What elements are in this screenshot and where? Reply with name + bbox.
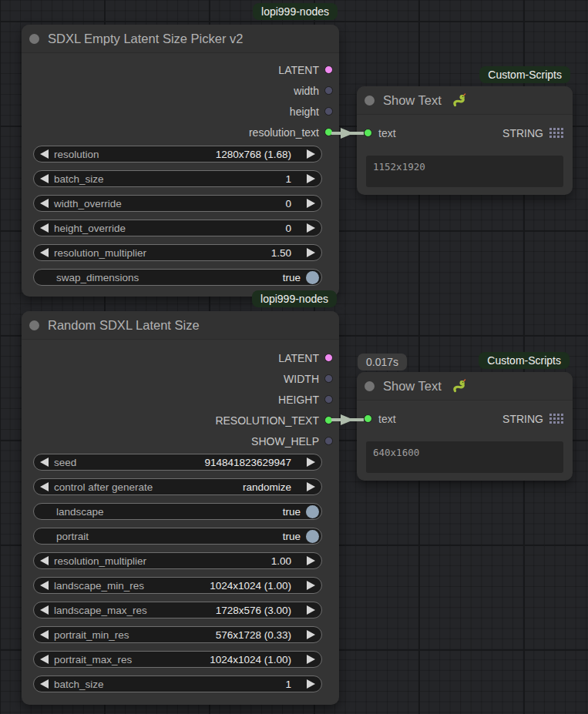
output-slot-label: STRING	[502, 413, 543, 425]
input-slot-label: text	[378, 127, 396, 139]
increment-arrow-icon[interactable]	[307, 223, 315, 233]
increment-arrow-icon[interactable]	[307, 655, 315, 664]
output-slot-latent[interactable]: LATENT	[22, 347, 339, 368]
increment-arrow-icon[interactable]	[307, 458, 315, 467]
decrement-arrow-icon[interactable]	[40, 655, 49, 664]
node-sdxl-empty-latent-size-picker[interactable]: SDXL Empty Latent Size Picker v2 LATENT …	[22, 25, 339, 297]
widget-resolution-multiplier[interactable]: resolution_multiplier 1.00	[33, 552, 322, 569]
widget-portrait-max-res[interactable]: portrait_max_res 1024x1024 (1.00)	[33, 651, 322, 668]
node-title: SDXL Empty Latent Size Picker v2	[48, 32, 243, 46]
slot-dot-int-icon[interactable]	[324, 437, 333, 445]
decrement-arrow-icon[interactable]	[40, 199, 49, 208]
node-title-bar[interactable]: Show Text	[357, 372, 573, 401]
decrement-arrow-icon[interactable]	[40, 556, 49, 565]
increment-arrow-icon[interactable]	[307, 581, 315, 590]
snake-icon	[452, 92, 467, 108]
widget-landscape[interactable]: landscape true	[33, 503, 322, 520]
node-title: Show Text	[383, 379, 442, 394]
slot-dot-latent-icon[interactable]	[324, 354, 333, 362]
increment-arrow-icon[interactable]	[307, 482, 315, 491]
increment-arrow-icon[interactable]	[307, 556, 315, 565]
widget-width-override[interactable]: width_override 0	[33, 195, 322, 212]
snake-icon	[452, 378, 467, 394]
decrement-arrow-icon[interactable]	[40, 482, 49, 491]
decrement-arrow-icon[interactable]	[40, 679, 49, 689]
widget-portrait[interactable]: portrait true	[33, 528, 322, 545]
decrement-arrow-icon[interactable]	[40, 630, 49, 639]
widget-batch-size[interactable]: batch_size 1	[33, 170, 322, 187]
output-slot-latent[interactable]: LATENT	[22, 59, 339, 80]
boolean-toggle-icon[interactable]	[306, 505, 319, 518]
link-resolution-text-to-text	[331, 128, 364, 139]
collapse-dot-icon[interactable]	[29, 320, 39, 330]
slot-dot-int-icon[interactable]	[324, 107, 333, 116]
node-title-bar[interactable]: SDXL Empty Latent Size Picker v2	[22, 25, 339, 53]
node-title: Show Text	[383, 93, 442, 108]
widget-seed[interactable]: seed 914841823629947	[33, 454, 322, 471]
widget-swap-dimensions[interactable]: swap_dimensions true	[33, 269, 322, 286]
output-slot-width[interactable]: width	[22, 80, 339, 101]
widget-batch-size[interactable]: batch_size 1	[33, 675, 322, 692]
decrement-arrow-icon[interactable]	[40, 605, 49, 615]
slot-dot-int-icon[interactable]	[324, 374, 333, 383]
output-slot-resolution-text[interactable]: RESOLUTION_TEXT	[22, 410, 339, 431]
boolean-toggle-icon[interactable]	[306, 530, 319, 543]
widget-resolution-multiplier[interactable]: resolution_multiplier 1.50	[33, 244, 322, 261]
boolean-toggle-icon[interactable]	[306, 271, 319, 284]
increment-arrow-icon[interactable]	[307, 679, 315, 689]
output-slot-label: STRING	[502, 127, 543, 139]
output-slot-width[interactable]: WIDTH	[22, 368, 339, 389]
collapse-dot-icon[interactable]	[29, 34, 39, 44]
widget-resolution[interactable]: resolution 1280x768 (1.68)	[33, 146, 322, 163]
node-show-text-1[interactable]: Show Text text STRING 1152x1920	[357, 86, 573, 195]
decrement-arrow-icon[interactable]	[40, 174, 49, 183]
text-display[interactable]: 640x1600	[366, 441, 563, 473]
collapse-dot-icon[interactable]	[365, 381, 375, 391]
output-slot-show-help[interactable]: SHOW_HELP	[22, 431, 339, 451]
widget-portrait-min-res[interactable]: portrait_min_res 576x1728 (0.33)	[33, 626, 322, 643]
output-grid-icon[interactable]	[549, 128, 563, 138]
input-slot-label: text	[378, 413, 396, 425]
increment-arrow-icon[interactable]	[307, 630, 315, 639]
node-title: Random SDXL Latent Size	[48, 318, 200, 333]
decrement-arrow-icon[interactable]	[40, 149, 49, 159]
slot-dot-int-icon[interactable]	[324, 395, 333, 404]
node-pack-badge: lopi999-nodes	[253, 3, 338, 20]
decrement-arrow-icon[interactable]	[40, 458, 49, 467]
output-slot-resolution-text[interactable]: resolution_text	[22, 122, 339, 142]
text-display[interactable]: 1152x1920	[366, 156, 563, 187]
node-graph-canvas[interactable]: lopi999-nodes lopi999-nodes Custom-Scrip…	[0, 0, 588, 714]
increment-arrow-icon[interactable]	[307, 149, 315, 159]
node-pack-badge: Custom-Scripts	[479, 66, 570, 83]
node-random-sdxl-latent-size[interactable]: Random SDXL Latent Size LATENT WIDTH HEI…	[22, 311, 339, 705]
input-slot-dot-string-icon[interactable]	[364, 129, 372, 137]
decrement-arrow-icon[interactable]	[40, 223, 49, 233]
increment-arrow-icon[interactable]	[307, 248, 315, 257]
slot-dot-latent-icon[interactable]	[324, 65, 333, 74]
node-pack-badge: lopi999-nodes	[252, 290, 337, 307]
node-title-bar[interactable]: Random SDXL Latent Size	[22, 311, 339, 340]
increment-arrow-icon[interactable]	[307, 174, 315, 183]
widget-landscape-max-res[interactable]: landscape_max_res 1728x576 (3.00)	[33, 602, 322, 618]
widget-landscape-min-res[interactable]: landscape_min_res 1024x1024 (1.00)	[33, 577, 322, 594]
slot-dot-int-icon[interactable]	[324, 86, 333, 95]
increment-arrow-icon[interactable]	[307, 605, 315, 615]
output-grid-icon[interactable]	[549, 414, 563, 424]
execution-time-badge: 0.017s	[358, 354, 407, 370]
node-show-text-2[interactable]: Show Text text STRING 640x1600	[357, 372, 573, 481]
decrement-arrow-icon[interactable]	[40, 248, 49, 257]
widget-control-after-generate[interactable]: control after generate randomize	[33, 478, 322, 495]
node-pack-badge: Custom-Scripts	[479, 352, 570, 369]
collapse-dot-icon[interactable]	[365, 96, 375, 106]
output-slot-height[interactable]: height	[22, 101, 339, 122]
output-slot-height[interactable]: HEIGHT	[22, 389, 339, 410]
increment-arrow-icon[interactable]	[307, 199, 315, 208]
decrement-arrow-icon[interactable]	[40, 581, 49, 590]
widget-height-override[interactable]: height_override 0	[33, 220, 322, 236]
input-slot-dot-string-icon[interactable]	[364, 414, 372, 423]
link-resolution-text-to-text	[331, 414, 364, 425]
node-title-bar[interactable]: Show Text	[357, 86, 573, 115]
